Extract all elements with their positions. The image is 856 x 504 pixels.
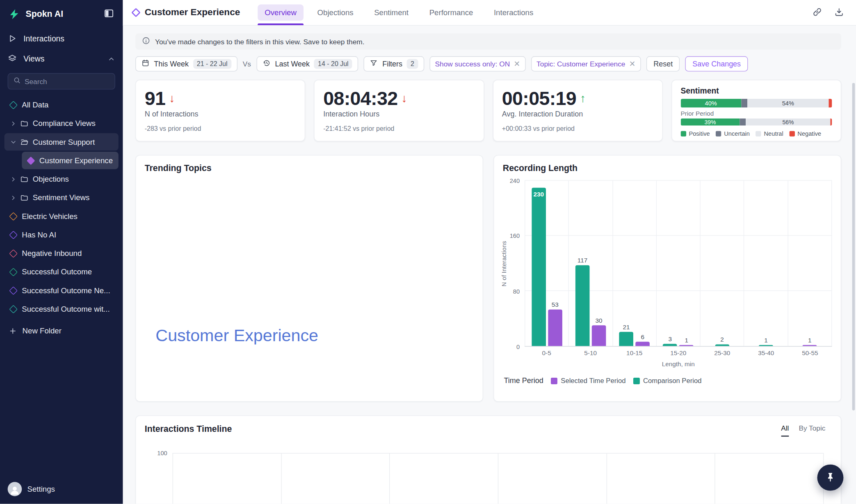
- download-button[interactable]: [833, 6, 845, 19]
- recording-length-chart: N of Interactions 240 160 80 0 23053: [503, 181, 832, 347]
- close-icon[interactable]: ✕: [629, 60, 636, 68]
- compare-range-button[interactable]: Last Week 14 - 20 Jul: [256, 56, 358, 71]
- uncertain-segment: [740, 119, 746, 125]
- tree-item-customer-experience[interactable]: Customer Experience: [22, 152, 119, 169]
- kpi-value: 08:04:32: [323, 87, 397, 109]
- avatar[interactable]: [8, 482, 22, 496]
- page-title: Customer Experience: [145, 7, 240, 18]
- settings-button[interactable]: Settings: [27, 485, 55, 493]
- sidebar-item-interactions[interactable]: Interactions: [0, 28, 123, 48]
- comparison-bar[interactable]: 117: [575, 265, 590, 346]
- filter-chip-success-only[interactable]: Show success only: ON ✕: [429, 56, 525, 71]
- tree-item-has-no-ai[interactable]: Has No AI: [5, 226, 119, 244]
- view-diamond-icon: [9, 212, 18, 221]
- trend-up-icon: ↑: [580, 92, 586, 105]
- trend-down-icon: ↓: [402, 92, 407, 105]
- x-axis-title: Length, min: [525, 361, 832, 367]
- timeline-tab-all[interactable]: All: [781, 424, 789, 437]
- comparison-bar[interactable]: 230: [532, 187, 546, 346]
- layers-icon: [8, 54, 17, 64]
- trending-topic[interactable]: Customer Experience: [155, 326, 318, 346]
- tree-item-compliance-views[interactable]: Compliance Views: [5, 115, 119, 132]
- copy-link-button[interactable]: [811, 6, 823, 19]
- tab-objections[interactable]: Objections: [308, 0, 363, 25]
- selected-bar[interactable]: 53: [548, 310, 562, 346]
- tree-item-successful-outcome-wit[interactable]: Successful Outcome wit...: [5, 300, 119, 318]
- page-tabs: Overview Objections Sentiment Performanc…: [256, 0, 543, 25]
- card-title: Interactions Timeline: [145, 424, 232, 434]
- tree-item-sentiment-views[interactable]: Sentiment Views: [5, 189, 119, 207]
- selected-bar[interactable]: 1: [803, 345, 817, 346]
- view-diamond-icon: [9, 267, 18, 276]
- legend-swatch: [633, 377, 640, 384]
- scrollbar-thumb[interactable]: [852, 83, 855, 410]
- comparison-bar[interactable]: 21: [619, 332, 634, 346]
- selected-bar[interactable]: 30: [592, 325, 606, 346]
- calendar-icon: [142, 59, 150, 69]
- chevron-right-icon[interactable]: [9, 176, 17, 182]
- tree-item-customer-support[interactable]: Customer Support: [5, 133, 119, 151]
- chevron-right-icon[interactable]: [9, 194, 17, 201]
- filters-button[interactable]: Filters 2: [364, 56, 424, 71]
- bar-group: 31: [656, 181, 700, 346]
- new-folder-button[interactable]: New Folder: [5, 322, 119, 340]
- tree-item-electric-vehicles[interactable]: Electric Vehicles: [5, 208, 119, 225]
- tree-item-objections[interactable]: Objections: [5, 170, 119, 188]
- grid-line: [715, 453, 715, 504]
- chevron-up-icon[interactable]: [107, 55, 115, 63]
- negative-segment: [831, 119, 832, 125]
- save-changes-button[interactable]: Save Changes: [685, 56, 748, 71]
- filter-chip-topic[interactable]: Topic: Customer Experience ✕: [531, 56, 641, 71]
- tree-item-successful-outcome-ne[interactable]: Successful Outcome Ne...: [5, 282, 119, 299]
- bar-group: 2: [700, 181, 744, 346]
- tree-item-negative-inbound[interactable]: Negative Inbound: [5, 244, 119, 262]
- view-diamond-icon: [131, 8, 141, 17]
- close-icon[interactable]: ✕: [514, 60, 520, 68]
- sidebar: Spokn AI Interactions Views: [0, 0, 123, 504]
- positive-segment: 39%: [680, 119, 740, 125]
- tab-overview[interactable]: Overview: [256, 0, 306, 25]
- tab-interactions[interactable]: Interactions: [484, 0, 543, 25]
- kpi-value: 91: [145, 87, 165, 109]
- date-range-button[interactable]: This Week 21 - 22 Jul: [135, 56, 237, 71]
- pin-fab-button[interactable]: [817, 465, 844, 491]
- reset-button[interactable]: Reset: [646, 56, 680, 71]
- kpi-label: Avg. Interaction Duration: [502, 110, 653, 118]
- sidebar-collapse-button[interactable]: [103, 7, 115, 21]
- tab-performance[interactable]: Performance: [420, 0, 482, 25]
- sentiment-bar-current: 40% 54%: [680, 99, 832, 107]
- selected-bar[interactable]: 1: [679, 345, 694, 346]
- folder-icon: [20, 175, 28, 183]
- legend-item: Neutral: [756, 130, 783, 137]
- legend-swatch: [551, 377, 557, 384]
- tree-item-successful-outcome[interactable]: Successful Outcome: [5, 263, 119, 281]
- folder-icon: [20, 194, 28, 202]
- grid-line: [606, 453, 607, 504]
- sidebar-item-views[interactable]: Views: [0, 48, 123, 68]
- legend-item-comparison: Comparison Period: [633, 377, 701, 385]
- tab-sentiment[interactable]: Sentiment: [365, 0, 418, 25]
- x-axis-ticks: 0-5 5-10 10-15 15-20 25-30 35-40 50-55: [525, 350, 832, 356]
- search-input[interactable]: [25, 77, 110, 85]
- legend-swatch: [789, 131, 794, 136]
- chevron-right-icon[interactable]: [9, 120, 17, 127]
- chevron-down-icon[interactable]: [9, 138, 17, 145]
- comparison-bar[interactable]: 3: [663, 344, 677, 346]
- comparison-bar[interactable]: 1: [759, 345, 773, 346]
- bar-group: 11730: [568, 181, 612, 346]
- selected-bar[interactable]: 6: [636, 342, 650, 346]
- sidebar-item-label: Interactions: [23, 34, 64, 43]
- kpi-row: 91 ↓ N of Interactions -283 vs prior per…: [135, 80, 841, 141]
- timeline-header: Interactions Timeline All By Topic: [145, 424, 832, 437]
- kpi-card-interaction-hours: 08:04:32 ↓ Interaction Hours -21:41:52 v…: [314, 80, 484, 141]
- y-tick-label: 100: [157, 450, 167, 456]
- plot-area: 23053 11730 216 31 2 1 1: [525, 181, 832, 347]
- comparison-bar[interactable]: 2: [715, 345, 729, 346]
- legend-title: Time Period: [504, 376, 543, 385]
- sidebar-search: [8, 73, 115, 89]
- card-title: Recording Length: [503, 163, 832, 173]
- sentiment-title: Sentiment: [680, 86, 832, 95]
- grid-line: [281, 453, 281, 504]
- timeline-tab-by-topic[interactable]: By Topic: [799, 424, 825, 437]
- tree-item-all-data[interactable]: All Data: [5, 96, 119, 114]
